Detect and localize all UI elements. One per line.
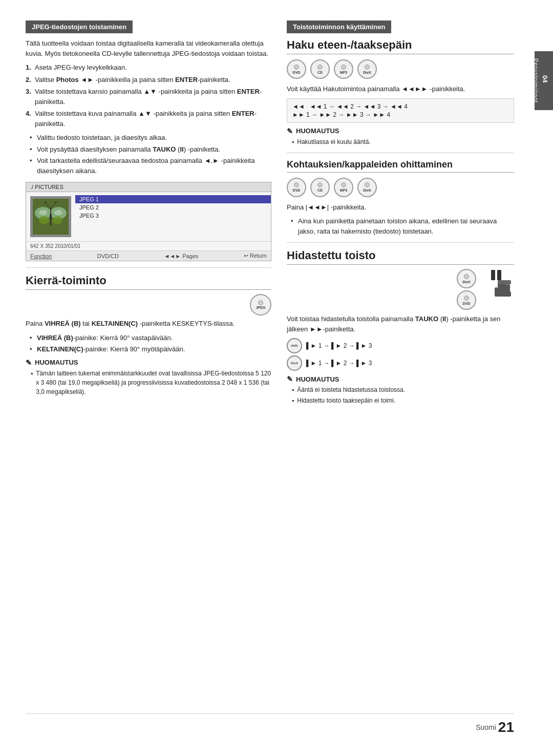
koht-disc-divx: DivX [357, 178, 377, 197]
bullets-list: Valittu tiedosto toistetaan, ja diaesity… [30, 133, 271, 176]
pause-hand-icon [488, 269, 514, 306]
file-browser-body: JPEG 1 JPEG 2 JPEG 3 [26, 192, 271, 241]
step-1: 1. Aseta JPEG-levy levykelkkaan. [26, 62, 271, 73]
kierra-note-header: ✎ HUOMAUTUS [26, 359, 271, 367]
page-container: 04 Perustoiminnot JPEG-tiedostojen toist… [0, 0, 553, 756]
disc-dvd: DVD [287, 59, 306, 79]
koht-disc-mp3: MP3 [334, 178, 353, 197]
svg-rect-13 [491, 270, 495, 280]
svg-rect-20 [495, 291, 511, 297]
page-number-num: 21 [498, 719, 514, 736]
hidastettu-body: Voit toistaa hidastetulla toistolla pain… [287, 314, 514, 334]
kohtauksien-bullet-1: Aina kun painiketta painetaan toiston ai… [291, 216, 514, 236]
bullet-1: Valittu tiedosto toistetaan, ja diaesity… [30, 133, 271, 143]
file-footer: Function DVD/CD ◄◄► Pages ↩ Return [26, 250, 271, 261]
hidastettu-note: ✎ HUOMAUTUS Ääntä ei toisteta hidastetus… [287, 375, 514, 405]
left-column: JPEG-tiedostojen toistaminen Tällä tuott… [26, 20, 271, 703]
svg-point-3 [39, 216, 49, 224]
file-preview [30, 196, 71, 237]
svg-point-4 [52, 216, 62, 224]
svg-point-10 [55, 202, 57, 203]
slow-seq-dvd: DVD ▌► 1 → ▌► 2 → ▌► 3 [287, 338, 514, 353]
svg-point-6 [50, 213, 52, 221]
haku-title: Haku eteen-/taaksepäin [287, 38, 514, 54]
hidas-disc-dvd: DVD [457, 290, 476, 310]
kierra-title: Kierrä-toiminto [26, 274, 271, 290]
hidastettu-note-item-2: Hidastettu toisto taaksepäin ei toimi. [287, 396, 514, 405]
haku-note-title: HUOMAUTUS [296, 127, 339, 135]
slow-seq-box: DVD ▌► 1 → ▌► 2 → ▌► 3 DivX ▌► 1 → ▌► 2 … [287, 338, 514, 371]
kierra-body-text: Paina VIHREÄ (B) tai KELTAINEN(C) -paini… [26, 319, 271, 329]
hidastettu-disc-col: DivX DVD [457, 269, 476, 310]
steps-list: 1. Aseta JPEG-levy levykelkkaan. 2. Vali… [26, 62, 271, 129]
slow-dvd-icon: DVD [287, 338, 302, 353]
preview-image [33, 199, 69, 235]
haku-note-item-1: Hakutilassa ei kuulu ääntä. [287, 137, 514, 146]
file-list: JPEG 1 JPEG 2 JPEG 3 [75, 192, 271, 241]
disc-cd: CD [310, 59, 330, 79]
svg-rect-21 [498, 280, 511, 284]
page-number-row: Suomi 21 [26, 713, 514, 736]
right-header-text: Toistotoiminnon käyttäminen [293, 23, 385, 31]
bullet-3: Voit tarkastella edellistä/seuraavaa tie… [30, 156, 271, 176]
jpeg-section-header: JPEG-tiedostojen toistaminen [26, 20, 133, 33]
separator-3 [287, 242, 514, 243]
jpeg-intro-text: Tällä tuotteella voidaan toistaa digitaa… [26, 38, 271, 58]
file-item-2[interactable]: JPEG 2 [75, 203, 271, 212]
kohtauksien-title: Kohtauksien/kappaleiden ohittaminen [287, 159, 514, 173]
file-path: ./ PICTURES [26, 182, 271, 192]
haku-arrow-row-1: ◄◄ ◄◄ 1 → ◄◄ 2 → ◄◄ 3 → ◄◄ 4 [292, 103, 508, 110]
hidas-disc-divx: DivX [457, 269, 476, 288]
kierra-bullets: VIHREÄ (B)-painike: Kierrä 90° vastapäiv… [30, 333, 271, 354]
haku-note-header: ✎ HUOMAUTUS [287, 127, 514, 135]
svg-rect-14 [497, 270, 501, 280]
hidastettu-title: Hidastettu toisto [287, 249, 514, 265]
main-content: JPEG-tiedostojen toistaminen Tällä tuott… [0, 0, 535, 756]
hidastettu-note-title: HUOMAUTUS [296, 375, 339, 383]
haku-disc-icons: DVD CD MP3 DivX [287, 59, 514, 79]
step-2: 2. Valitse Photos ◄► -painikkeilla ja pa… [26, 75, 271, 85]
step-3: 3. Valitse toistettava kansio painamalla… [26, 87, 271, 107]
file-info-text: 642 X 352 2010/01/01 [30, 243, 80, 249]
file-info: 642 X 352 2010/01/01 [26, 241, 271, 250]
step-4: 4. Valitse toistettava kuva painamalla ▲… [26, 109, 271, 129]
haku-arrow-row-2: ►► 1 → ►► 2 → ►► 3 → ►► 4 [292, 111, 508, 118]
file-item-1[interactable]: JPEG 1 [75, 195, 271, 203]
disc-divx: DivX [357, 59, 377, 79]
footer-return: ↩ Return [244, 253, 267, 259]
koht-disc-dvd: DVD [287, 178, 306, 197]
jpeg-icon-wrap: JPEG [26, 294, 271, 316]
haku-arrow-seq: ◄◄ ◄◄ 1 → ◄◄ 2 → ◄◄ 3 → ◄◄ 4 ►► 1 → ►► 2… [287, 98, 514, 123]
kierra-bullet-1: VIHREÄ (B)-painike: Kierrä 90° vastapäiv… [30, 333, 271, 343]
disc-mp3: MP3 [334, 59, 353, 79]
file-browser: ./ PICTURES [26, 182, 271, 261]
svg-point-9 [45, 202, 47, 203]
kohtauksien-body: Paina |◄◄►| -painikkeita. [287, 202, 514, 213]
footer-dvdcd: DVD/CD [97, 253, 119, 259]
svg-point-12 [54, 210, 62, 215]
kierra-note-title: HUOMAUTUS [35, 359, 78, 366]
kierra-note: ✎ HUOMAUTUS Tämän laitteen tukemat enimm… [26, 359, 271, 396]
kohtauksien-disc-icons: DVD CD MP3 DivX [287, 178, 514, 197]
right-section-header: Toistotoiminnon käyttäminen [287, 20, 391, 33]
hidastettu-note-item-1: Ääntä ei toisteta hidastetussa toistossa… [287, 385, 514, 394]
right-column: Toistotoiminnon käyttäminen Haku eteen-/… [287, 20, 514, 703]
footer-function[interactable]: Function [30, 253, 52, 259]
koht-disc-cd: CD [310, 178, 330, 197]
tab-number: 04 [541, 75, 549, 82]
jpeg-header-text: JPEG-tiedostojen toistaminen [32, 23, 126, 31]
side-tab: 04 Perustoiminnot [535, 51, 553, 110]
kierra-bullet-2: KELTAINEN(C)-painike: Kierrä 90° myötäpä… [30, 344, 271, 354]
haku-body: Voit käyttää Hakutoimintoa painamalla ◄◄… [287, 84, 514, 94]
hidastettu-note-header: ✎ HUOMAUTUS [287, 375, 514, 383]
two-column-layout: JPEG-tiedostojen toistaminen Tällä tuott… [26, 20, 514, 703]
tab-text: Perustoiminnot [533, 58, 539, 103]
haku-note: ✎ HUOMAUTUS Hakutilassa ei kuulu ääntä. [287, 127, 514, 146]
bullet-2: Voit pysäyttää diaesityksen painamalla T… [30, 144, 271, 155]
jpeg-disc-icon: JPEG [250, 294, 271, 316]
file-item-3[interactable]: JPEG 3 [75, 212, 271, 220]
separator-2 [287, 153, 514, 153]
slow-divx-icon: DivX [287, 355, 302, 371]
svg-point-11 [39, 210, 47, 215]
footer-pages: ◄◄► Pages [164, 253, 198, 259]
